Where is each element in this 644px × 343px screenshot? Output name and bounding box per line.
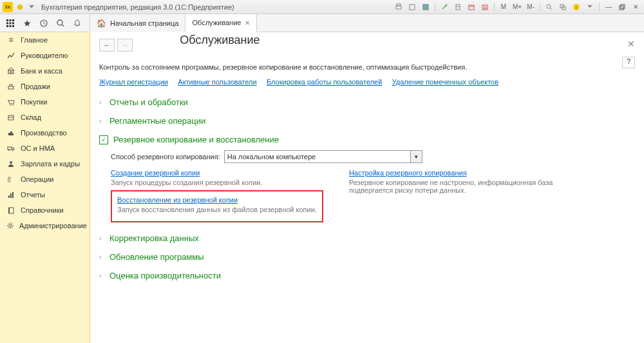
tab-home[interactable]: 🏠 Начальная страница bbox=[90, 14, 185, 32]
svg-rect-50 bbox=[9, 208, 14, 213]
svg-rect-26 bbox=[6, 25, 8, 27]
page-title: Обслуживание bbox=[180, 34, 260, 46]
star-icon[interactable]: ★ bbox=[19, 15, 35, 31]
svg-point-34 bbox=[10, 104, 11, 106]
svg-point-0 bbox=[17, 5, 23, 10]
cart-icon bbox=[6, 82, 15, 91]
nav-forward-button[interactable]: → bbox=[117, 39, 133, 52]
sidebar-item-label: Банк и касса bbox=[21, 67, 62, 75]
sidebar-item-main[interactable]: ≡Главное bbox=[0, 32, 90, 48]
bell-icon[interactable] bbox=[70, 15, 85, 31]
link-registration-log[interactable]: Журнал регистрации bbox=[99, 78, 168, 86]
help-button[interactable]: ? bbox=[622, 57, 635, 68]
save-icon[interactable] bbox=[420, 2, 431, 12]
sidebar-item-salary[interactable]: Зарплата и кадры bbox=[0, 156, 90, 172]
sidebar: ≡Главное Руководителю Банк и касса Прода… bbox=[0, 32, 90, 343]
close-window-button[interactable]: ✕ bbox=[630, 2, 641, 12]
svg-point-35 bbox=[12, 104, 14, 106]
section-perf: › Оценка производительности bbox=[99, 269, 635, 282]
tab-maintenance[interactable]: Обслуживание ✕ bbox=[185, 14, 257, 32]
sidebar-item-reports[interactable]: Отчеты bbox=[0, 187, 90, 202]
link-backup-settings[interactable]: Настройка резервного копирования bbox=[349, 169, 467, 177]
section-perf-header[interactable]: › Оценка производительности bbox=[99, 269, 635, 282]
search-icon[interactable] bbox=[53, 15, 68, 31]
section-reports-header[interactable]: › Отчеты и обработки bbox=[99, 95, 635, 109]
sidebar-item-label: Справочники bbox=[21, 206, 64, 214]
history-icon[interactable] bbox=[36, 15, 52, 31]
sidebar-item-bank[interactable]: Банк и касса bbox=[0, 63, 90, 79]
svg-rect-20 bbox=[6, 19, 8, 21]
maximize-button[interactable] bbox=[616, 2, 628, 12]
section-correction-header[interactable]: › Корректировка данных bbox=[99, 231, 635, 245]
link-icon[interactable] bbox=[439, 2, 450, 12]
page-description: Контроль за состоянием программы, резерв… bbox=[99, 63, 635, 71]
calendar-31-icon[interactable]: 31 bbox=[479, 2, 491, 12]
svg-rect-48 bbox=[10, 193, 12, 198]
memory-mplus[interactable]: M+ bbox=[511, 2, 523, 12]
person-icon bbox=[6, 159, 15, 168]
chevron-right-icon: › bbox=[99, 235, 106, 242]
zoom-icon[interactable] bbox=[544, 2, 555, 12]
section-title: Отчеты и обработки bbox=[109, 97, 188, 107]
dropdown-icon[interactable] bbox=[15, 3, 24, 12]
sidebar-item-admin[interactable]: Администрирование bbox=[0, 218, 90, 233]
tabs-icon[interactable] bbox=[557, 2, 569, 12]
sidebar-item-production[interactable]: Производство bbox=[0, 125, 90, 141]
link-restore-backup[interactable]: Восстановление из резервной копии bbox=[117, 196, 238, 204]
tab-close-icon[interactable]: ✕ bbox=[245, 19, 250, 26]
close-page-button[interactable]: ✕ bbox=[627, 39, 635, 49]
sidebar-item-manager[interactable]: Руководителю bbox=[0, 48, 90, 63]
sidebar-item-warehouse[interactable]: Склад bbox=[0, 110, 90, 125]
info-icon[interactable]: i bbox=[571, 2, 582, 12]
svg-rect-33 bbox=[8, 86, 14, 89]
sidebar-item-directories[interactable]: Справочники bbox=[0, 202, 90, 218]
minimize-button[interactable]: — bbox=[603, 2, 614, 12]
svg-rect-22 bbox=[12, 19, 14, 21]
sidebar-item-label: Продажи bbox=[21, 83, 50, 90]
calc-icon[interactable] bbox=[452, 2, 464, 12]
backup-method-select[interactable]: На локальном компьютере bbox=[224, 150, 411, 163]
svg-point-43 bbox=[12, 150, 14, 151]
svg-rect-27 bbox=[10, 25, 12, 27]
create-backup-desc: Запуск процедуры создания резервной копи… bbox=[111, 179, 323, 186]
backup-settings-block: Настройка резервного копирования Резервн… bbox=[349, 168, 568, 194]
preview-icon[interactable] bbox=[406, 2, 418, 12]
svg-rect-21 bbox=[10, 19, 12, 21]
sidebar-item-assets[interactable]: ОС и НМА bbox=[0, 141, 90, 156]
calendar-icon[interactable] bbox=[466, 2, 477, 12]
chevron-right-icon: › bbox=[99, 117, 106, 124]
sidebar-item-label: Главное bbox=[21, 36, 48, 44]
section-backup-header[interactable]: ✓ Резервное копирование и восстановление bbox=[99, 133, 635, 146]
memory-m[interactable]: M bbox=[498, 2, 509, 12]
tab-label: Начальная страница bbox=[110, 19, 178, 27]
book-icon bbox=[6, 206, 15, 215]
settings-icon[interactable] bbox=[584, 2, 596, 12]
chevron-right-icon: › bbox=[99, 253, 106, 260]
restore-backup-desc: Запуск восстановления данных из файлов р… bbox=[117, 206, 317, 213]
print-icon[interactable] bbox=[393, 2, 404, 12]
link-create-backup[interactable]: Создание резервной копии bbox=[111, 169, 200, 177]
nav-back-button[interactable]: ← bbox=[99, 39, 115, 52]
memory-mr[interactable]: M- bbox=[525, 2, 536, 12]
section-title: Резервное копирование и восстановление bbox=[113, 135, 279, 144]
link-block-users[interactable]: Блокировка работы пользователей bbox=[267, 78, 382, 86]
link-delete-marked[interactable]: Удаление помеченных объектов bbox=[392, 78, 498, 86]
apps-icon[interactable] bbox=[3, 15, 18, 31]
section-routine-header[interactable]: › Регламентные операции bbox=[99, 114, 635, 128]
svg-text:31: 31 bbox=[483, 6, 487, 10]
select-dropdown-button[interactable]: ▼ bbox=[411, 150, 422, 163]
section-update-header[interactable]: › Обновление программы bbox=[99, 250, 635, 264]
sidebar-item-operations[interactable]: ДтКтОперации bbox=[0, 172, 90, 187]
svg-rect-6 bbox=[456, 5, 460, 10]
chevron-down-icon[interactable] bbox=[27, 3, 36, 12]
link-active-users[interactable]: Активные пользователи bbox=[178, 78, 256, 86]
svg-rect-19 bbox=[621, 5, 625, 8]
factory-icon bbox=[6, 128, 15, 137]
svg-rect-38 bbox=[8, 133, 10, 135]
section-routine: › Регламентные операции bbox=[99, 114, 635, 128]
section-update: › Обновление программы bbox=[99, 250, 635, 264]
sidebar-item-sales[interactable]: Продажи bbox=[0, 79, 90, 94]
window-title: Бухгалтерия предприятия, редакция 3.0 (1… bbox=[41, 3, 234, 11]
sidebar-item-purchases[interactable]: Покупки bbox=[0, 94, 90, 110]
section-title: Корректировка данных bbox=[109, 233, 199, 243]
